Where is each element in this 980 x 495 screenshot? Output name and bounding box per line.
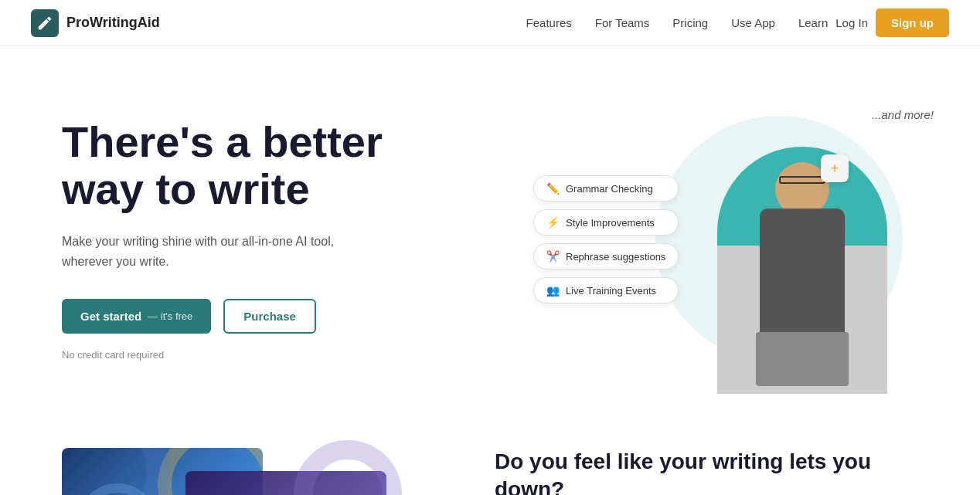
brand-name: ProWritingAid [66, 15, 160, 31]
pill-style: ⚡ Style Improvements [533, 209, 679, 236]
grammar-label: Grammar Checking [566, 183, 653, 195]
section2: My idea in my head Do you feel like your… [0, 417, 980, 495]
hero-left: There's a better way to write Make your … [62, 118, 495, 361]
hero-buttons: Get started — it's free Purchase [62, 299, 495, 334]
hero-subtitle: Make your writing shine with our all-in-… [62, 232, 356, 271]
hero-section: There's a better way to write Make your … [0, 46, 980, 417]
login-button[interactable]: Log In [835, 16, 868, 29]
nav-links: Features For Teams Pricing Use App Learn [526, 16, 829, 30]
overlay-card [185, 471, 386, 495]
section2-right: Do you feel like your writing lets you d… [495, 448, 918, 495]
section2-title: Do you feel like your writing lets you d… [495, 448, 918, 495]
grammar-icon: ✏️ [546, 182, 560, 195]
training-icon: 👥 [546, 284, 560, 297]
and-more-text: ...and more! [872, 108, 934, 121]
hero-title: There's a better way to write [62, 118, 495, 213]
rephrase-icon: ✂️ [546, 250, 560, 263]
nav-learn[interactable]: Learn [798, 16, 828, 29]
no-credit-text: No credit card required [62, 349, 495, 361]
style-label: Style Improvements [566, 217, 655, 229]
purchase-button[interactable]: Purchase [223, 299, 316, 334]
feature-pills: ✏️ Grammar Checking ⚡ Style Improvements… [533, 175, 679, 303]
pill-grammar: ✏️ Grammar Checking [533, 175, 679, 202]
training-label: Live Training Events [566, 285, 656, 297]
navbar: ProWritingAid Features For Teams Pricing… [0, 0, 980, 46]
section2-image-area: My idea in my head [62, 448, 448, 495]
hero-person-illustration [717, 147, 887, 394]
nav-use-app[interactable]: Use App [731, 16, 775, 29]
nav-pricing[interactable]: Pricing [672, 16, 708, 29]
plus-badge: + [821, 154, 849, 182]
get-started-button[interactable]: Get started — it's free [62, 299, 211, 334]
free-label: — it's free [148, 310, 192, 322]
hero-right: ✏️ Grammar Checking ⚡ Style Improvements… [495, 93, 949, 386]
nav-for-teams[interactable]: For Teams [595, 16, 650, 29]
rephrase-label: Rephrase suggestions [566, 251, 665, 263]
logo-svg [36, 15, 53, 32]
signup-button[interactable]: Sign up [876, 8, 949, 37]
pill-rephrase: ✂️ Rephrase suggestions [533, 243, 679, 270]
pill-training: 👥 Live Training Events [533, 277, 679, 303]
nav-features[interactable]: Features [526, 16, 572, 29]
logo-icon [31, 9, 59, 37]
logo-link[interactable]: ProWritingAid [31, 9, 160, 37]
style-icon: ⚡ [546, 216, 560, 229]
